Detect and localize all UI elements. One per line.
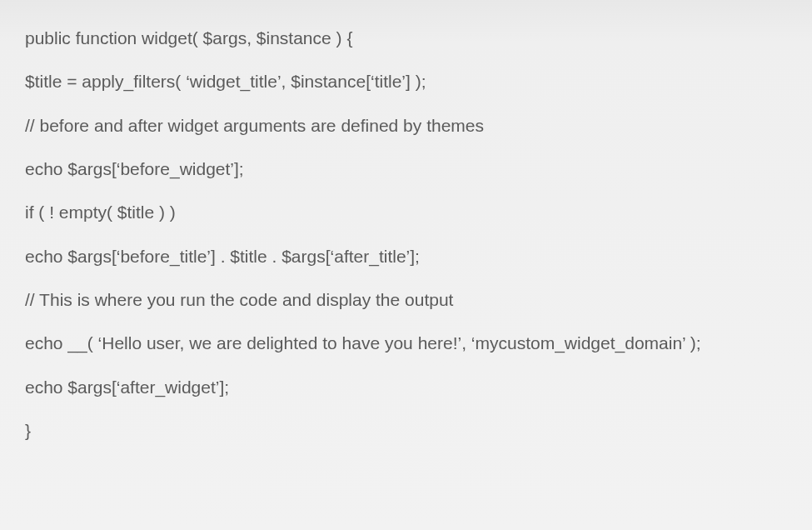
code-line: echo $args[‘after_widget’]; [25,376,787,399]
code-line: // This is where you run the code and di… [25,288,787,312]
code-line: echo $args[‘before_widget’]; [25,158,787,181]
code-line: if ( ! empty( $title ) ) [25,201,787,224]
code-line: public function widget( $args, $instance… [25,27,787,50]
code-block: public function widget( $args, $instance… [25,27,787,442]
code-line: echo __( ‘Hello user, we are delighted t… [25,332,787,355]
code-line: echo $args[‘before_title’] . $title . $a… [25,245,787,268]
code-line: $title = apply_filters( ‘widget_title’, … [25,70,787,93]
code-line: } [25,419,787,442]
code-line: // before and after widget arguments are… [25,114,787,138]
